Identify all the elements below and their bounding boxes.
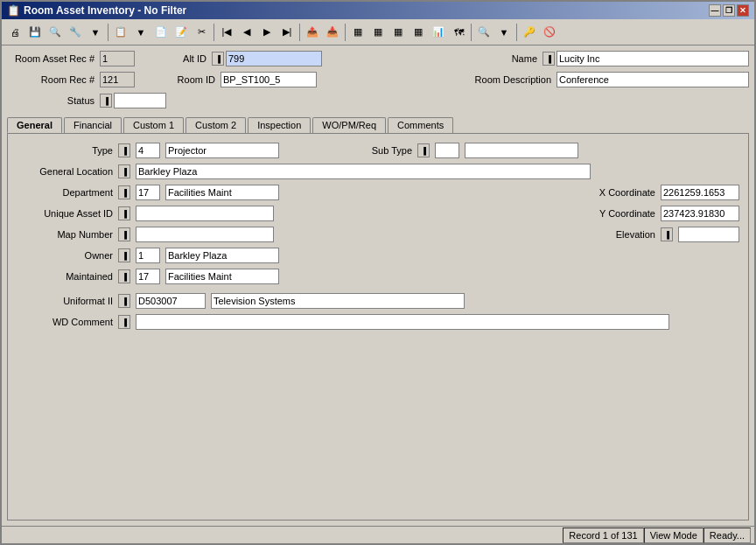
save-button[interactable]: 💾 xyxy=(25,23,45,42)
elevation-input[interactable] xyxy=(678,227,739,242)
name-label: Name xyxy=(502,53,537,64)
room-description-group xyxy=(556,72,749,87)
uniformat-label: Uniformat II xyxy=(17,296,113,306)
grid3-button[interactable]: ▦ xyxy=(388,23,408,42)
status-label: Status xyxy=(7,95,94,106)
wd-comment-lock: ▐ xyxy=(118,315,130,329)
room-description-input[interactable] xyxy=(556,72,749,87)
zoom-dropdown[interactable]: ▼ xyxy=(494,23,514,42)
import-button[interactable]: 📥 xyxy=(323,23,342,42)
sep2 xyxy=(214,24,214,41)
x-coord-input[interactable] xyxy=(661,185,739,200)
grid2-button[interactable]: ▦ xyxy=(368,23,388,42)
copy-button[interactable]: 📋 xyxy=(111,23,130,42)
general-location-label: General Location xyxy=(17,166,113,177)
tools-button[interactable]: 🔧 xyxy=(66,23,85,42)
close-toolbar-button[interactable]: 🚫 xyxy=(540,23,559,42)
dept-value-input[interactable] xyxy=(165,185,279,200)
filter-dropdown[interactable]: ▼ xyxy=(86,23,105,42)
uniformat-lock: ▐ xyxy=(118,294,130,308)
subtype-value-input[interactable] xyxy=(465,143,578,158)
type-id-input[interactable] xyxy=(136,143,160,158)
owner-label: Owner xyxy=(17,250,113,261)
status-bar: Record 1 of 131 View Mode Ready... xyxy=(2,526,754,543)
next-button[interactable]: ▶ xyxy=(257,23,276,42)
ready-status: Ready... xyxy=(704,528,751,543)
owner-id-input[interactable] xyxy=(136,248,160,263)
minimize-button[interactable]: — xyxy=(709,4,721,17)
wd-comment-input[interactable] xyxy=(136,314,669,330)
restore-button[interactable]: ❐ xyxy=(723,4,735,17)
y-coord-input[interactable] xyxy=(661,206,739,221)
maintained-value-input[interactable] xyxy=(165,269,279,284)
search-button[interactable]: 🔍 xyxy=(46,23,65,42)
status-group: ▐ xyxy=(100,93,166,108)
prev-button[interactable]: ◀ xyxy=(237,23,256,42)
dept-id-input[interactable] xyxy=(136,185,160,200)
tab-custom1[interactable]: Custom 1 xyxy=(123,117,184,133)
print-button[interactable]: 🖨 xyxy=(5,23,24,42)
room-asset-rec-label: Room Asset Rec # xyxy=(7,53,94,64)
record-count: Record 1 of 131 xyxy=(563,528,643,543)
uniformat-id-input[interactable] xyxy=(136,293,206,309)
edit-button[interactable]: 📝 xyxy=(172,23,191,42)
tab-financial[interactable]: Financial xyxy=(64,117,122,133)
main-window: 📋 Room Asset Inventory - No Filter — ❐ ✕… xyxy=(0,0,756,545)
room-description-label: Room Description xyxy=(472,74,551,85)
alt-id-input[interactable] xyxy=(226,51,322,66)
room-id-input[interactable] xyxy=(220,72,317,87)
type-value-input[interactable] xyxy=(165,143,279,158)
uniformat-row: Uniformat II ▐ xyxy=(17,293,739,309)
elevation-label: Elevation xyxy=(585,229,655,240)
tab-comments[interactable]: Comments xyxy=(388,117,453,133)
cut-button[interactable]: ✂ xyxy=(192,23,211,42)
last-button[interactable]: ▶| xyxy=(277,23,297,42)
maintained-id-input[interactable] xyxy=(136,269,160,284)
name-group: ▐ xyxy=(542,51,749,66)
tabs: General Financial Custom 1 Custom 2 Insp… xyxy=(7,117,749,133)
grid1-button[interactable]: ▦ xyxy=(348,23,368,42)
room-rec-input[interactable] xyxy=(100,72,135,87)
zoom-button[interactable]: 🔍 xyxy=(474,23,494,42)
tab-container: General Financial Custom 1 Custom 2 Insp… xyxy=(7,114,749,521)
room-asset-rec-group xyxy=(100,51,135,66)
sep4 xyxy=(345,24,346,41)
grid4-button[interactable]: ▦ xyxy=(409,23,428,42)
map-number-input[interactable] xyxy=(136,227,274,242)
tab-general[interactable]: General xyxy=(7,117,62,133)
first-button[interactable]: |◀ xyxy=(217,23,236,42)
title-bar-left: 📋 Room Asset Inventory - No Filter xyxy=(7,4,186,17)
unique-ycoord-row: Unique Asset ID ▐ Y Coordinate xyxy=(17,206,739,221)
sep1 xyxy=(108,24,108,41)
view-button[interactable]: ▼ xyxy=(131,23,150,42)
key-button[interactable]: 🔑 xyxy=(520,23,539,42)
subtype-id-input[interactable] xyxy=(435,143,459,158)
unique-lock: ▐ xyxy=(118,206,130,220)
unique-asset-input[interactable] xyxy=(136,206,274,221)
app-icon: 📋 xyxy=(7,4,20,17)
map-button[interactable]: 🗺 xyxy=(449,23,468,42)
status-lock: ▐ xyxy=(100,94,112,108)
status-input[interactable] xyxy=(114,93,166,108)
tab-inspection[interactable]: Inspection xyxy=(248,117,311,133)
header-row-2: Room Rec # Room ID Room Description xyxy=(7,72,749,87)
sep3 xyxy=(299,24,300,41)
unique-asset-label: Unique Asset ID xyxy=(17,208,113,219)
room-asset-rec-input[interactable] xyxy=(100,51,135,66)
tab-custom2[interactable]: Custom 2 xyxy=(186,117,246,133)
alt-id-group: ▐ xyxy=(212,51,322,66)
tab-wo-pm-req[interactable]: WO/PM/Req xyxy=(312,117,386,133)
map-lock: ▐ xyxy=(118,227,130,241)
type-lock: ▐ xyxy=(118,143,130,157)
owner-value-input[interactable] xyxy=(165,248,279,263)
x-coord-label: X Coordinate xyxy=(585,187,655,198)
chart-button[interactable]: 📊 xyxy=(429,23,448,42)
name-input[interactable] xyxy=(556,51,749,66)
uniformat-value-input[interactable] xyxy=(211,293,465,309)
close-button[interactable]: ✕ xyxy=(737,4,749,17)
new-button[interactable]: 📄 xyxy=(151,23,171,42)
wd-comment-row: WD Comment ▐ xyxy=(17,314,739,330)
general-location-input[interactable] xyxy=(136,164,591,179)
window-title: Room Asset Inventory - No Filter xyxy=(24,4,186,17)
export-button[interactable]: 📤 xyxy=(303,23,322,42)
